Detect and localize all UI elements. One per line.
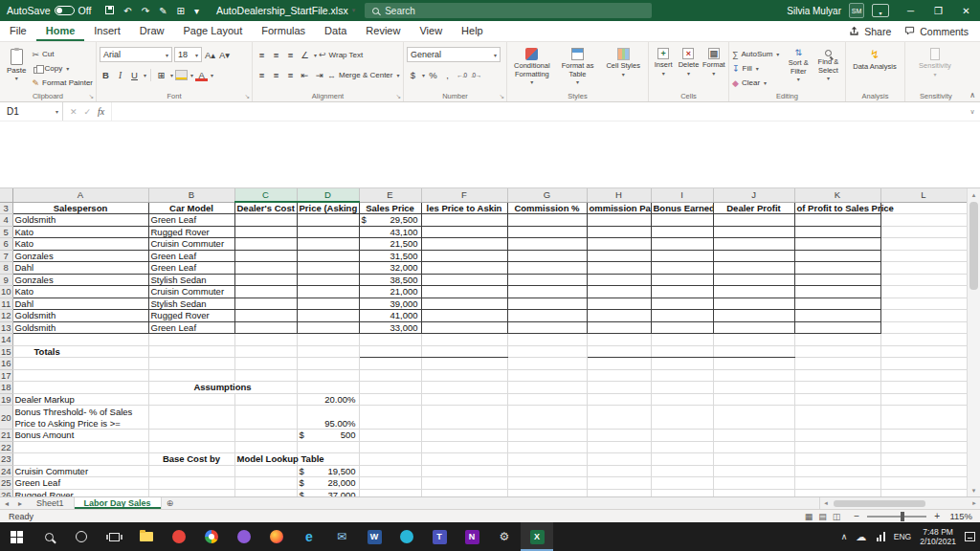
cell-H8[interactable] xyxy=(587,262,651,275)
wrap-text-button[interactable]: ↩Wrap Text xyxy=(319,49,363,61)
borders-icon[interactable]: ⊞ xyxy=(155,68,167,82)
cell-I6[interactable] xyxy=(651,238,713,251)
cell-B23[interactable]: Base Cost by xyxy=(148,453,234,466)
cell-J9[interactable] xyxy=(713,274,794,286)
cell-I24[interactable] xyxy=(651,465,713,477)
formula-input[interactable] xyxy=(112,102,965,121)
cell-A19[interactable]: Dealer Markup xyxy=(12,393,148,406)
cell-K24[interactable] xyxy=(794,465,880,477)
cell-C3[interactable]: Dealer's Cost xyxy=(234,202,297,214)
sensitivity-button[interactable]: Sensitivity▾ xyxy=(908,45,962,77)
cell-L13[interactable] xyxy=(880,321,967,334)
cell-E21[interactable] xyxy=(359,430,421,442)
action-center-icon[interactable] xyxy=(965,532,975,541)
cell-L8[interactable] xyxy=(880,262,967,275)
zoom-in-icon[interactable]: + xyxy=(934,511,940,521)
cell-I16[interactable] xyxy=(651,358,713,370)
chrome-icon[interactable] xyxy=(195,522,228,551)
cell-F19[interactable] xyxy=(421,393,507,406)
cell-L22[interactable] xyxy=(880,441,967,453)
cell-K25[interactable] xyxy=(794,477,880,490)
column-header-I[interactable]: I xyxy=(651,188,713,202)
cell-E10[interactable]: 21,000 xyxy=(359,286,421,298)
cell-I15[interactable] xyxy=(651,345,713,358)
cell-J12[interactable] xyxy=(713,310,794,322)
cell-E4[interactable]: $29,500 xyxy=(359,214,421,227)
cell-H18[interactable] xyxy=(587,382,651,394)
cell-F23[interactable] xyxy=(421,453,507,466)
cell-F11[interactable] xyxy=(421,298,507,310)
italic-button[interactable]: I xyxy=(114,68,126,82)
cell-H24[interactable] xyxy=(587,465,651,477)
cell-H23[interactable] xyxy=(587,453,651,466)
cell-A10[interactable]: Kato xyxy=(12,286,148,298)
increase-indent-icon[interactable]: ⇥ xyxy=(313,68,325,82)
cell-E6[interactable]: 21,500 xyxy=(359,238,421,251)
cell-D7[interactable] xyxy=(297,250,359,262)
accounting-format-icon[interactable]: $ xyxy=(407,68,419,82)
cell-F22[interactable] xyxy=(421,441,507,453)
cell-B9[interactable]: Stylish Sedan xyxy=(148,274,234,286)
cell-C22[interactable] xyxy=(234,441,297,453)
decrease-decimal-icon[interactable]: .0→ xyxy=(470,68,482,82)
cell-F9[interactable] xyxy=(421,274,507,286)
row-header-3[interactable]: 3 xyxy=(0,202,12,214)
share-button[interactable]: Share xyxy=(849,26,891,37)
cell-D6[interactable] xyxy=(297,238,359,251)
row-header-10[interactable]: 10 xyxy=(0,286,12,298)
cell-G6[interactable] xyxy=(507,238,587,251)
column-header-J[interactable]: J xyxy=(713,188,794,202)
cell-G9[interactable] xyxy=(507,274,587,286)
horizontal-scrollbar[interactable]: ◂ ▸ xyxy=(819,497,980,509)
cell-A12[interactable]: Goldsmith xyxy=(12,310,148,322)
cell-J10[interactable] xyxy=(713,286,794,298)
cell-G15[interactable] xyxy=(507,345,587,358)
cell-H13[interactable] xyxy=(587,321,651,334)
user-name[interactable]: Silvia Mulyar xyxy=(779,6,849,16)
menu-tab-insert[interactable]: Insert xyxy=(84,21,130,41)
row-header-19[interactable]: 19 xyxy=(0,393,12,406)
cell-A23[interactable] xyxy=(12,453,148,466)
cell-J16[interactable] xyxy=(713,358,794,370)
row-header-25[interactable]: 25 xyxy=(0,477,12,490)
cell-F13[interactable] xyxy=(421,321,507,334)
cell-K16[interactable] xyxy=(794,358,880,370)
mail-icon[interactable]: ✉ xyxy=(325,522,358,551)
cell-E7[interactable]: 31,500 xyxy=(359,250,421,262)
cell-A5[interactable]: Kato xyxy=(12,226,148,238)
row-header-5[interactable]: 5 xyxy=(0,226,12,238)
cell-J6[interactable] xyxy=(713,238,794,251)
cell-D9[interactable] xyxy=(297,274,359,286)
cell-E18[interactable] xyxy=(359,382,421,394)
document-title[interactable]: AutoDealership_StartFile.xlsx ▾ xyxy=(207,5,365,16)
cell-L9[interactable] xyxy=(880,274,967,286)
enter-icon[interactable]: ✓ xyxy=(84,107,92,117)
row-header-18[interactable]: 18 xyxy=(0,382,12,394)
cell-K7[interactable] xyxy=(794,250,880,262)
cell-A17[interactable] xyxy=(12,369,148,382)
cell-B13[interactable]: Green Leaf xyxy=(148,321,234,334)
menu-tab-file[interactable]: File xyxy=(0,21,36,41)
cell-G17[interactable] xyxy=(507,369,587,382)
cell-styles-button[interactable]: Cell Styles▾ xyxy=(601,45,645,77)
cell-B22[interactable] xyxy=(148,441,234,453)
cell-C14[interactable] xyxy=(234,334,297,346)
app-violet-icon[interactable] xyxy=(228,522,260,551)
cell-K17[interactable] xyxy=(794,369,880,382)
cell-E24[interactable] xyxy=(359,465,421,477)
minimize-button[interactable]: ─ xyxy=(897,0,924,21)
cell-F3[interactable]: les Price to Askin xyxy=(421,202,507,214)
cell-G18[interactable] xyxy=(507,382,587,394)
cell-G20[interactable] xyxy=(507,406,587,430)
data-analysis-button[interactable]: ↯ Data Analysis xyxy=(849,45,901,72)
cell-J11[interactable] xyxy=(713,298,794,310)
cell-D4[interactable] xyxy=(297,214,359,227)
select-all-corner[interactable] xyxy=(0,188,12,202)
cell-J25[interactable] xyxy=(713,477,794,490)
cell-F6[interactable] xyxy=(421,238,507,251)
cell-D19[interactable]: 20.00% xyxy=(297,393,359,406)
cell-F8[interactable] xyxy=(421,262,507,275)
cell-G8[interactable] xyxy=(507,262,587,275)
normal-view-icon[interactable]: ▦ xyxy=(805,512,813,521)
column-header-G[interactable]: G xyxy=(507,188,587,202)
